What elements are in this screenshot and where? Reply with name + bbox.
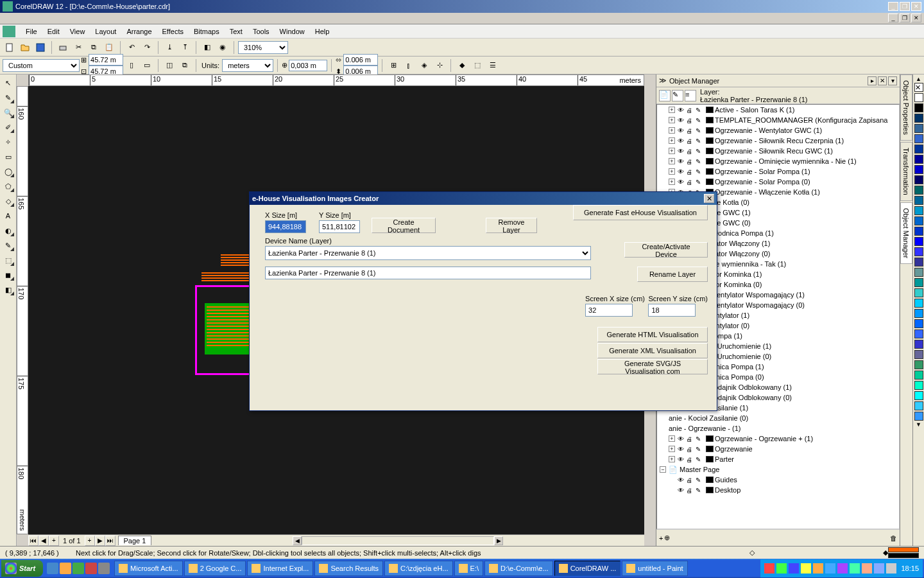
color-swatch[interactable] bbox=[914, 309, 923, 318]
visibility-icon[interactable] bbox=[678, 147, 687, 155]
color-swatch[interactable] bbox=[914, 206, 923, 215]
layer-row[interactable]: +Ogrzewanie - Siłownik Recu Czerpnia (1) bbox=[657, 136, 899, 146]
color-swatch[interactable] bbox=[914, 391, 923, 400]
save-button[interactable] bbox=[33, 40, 47, 55]
add-page-before-button[interactable]: + bbox=[49, 536, 59, 546]
visibility-icon[interactable] bbox=[678, 455, 687, 463]
layer-row[interactable]: +Ogrzewanie - Ominięcie wymiennika - Nie… bbox=[657, 156, 899, 166]
ql-icon[interactable] bbox=[73, 563, 84, 574]
tab-object-manager[interactable]: Object Manager bbox=[900, 202, 912, 264]
print-icon[interactable] bbox=[687, 168, 696, 175]
mdi-close-button[interactable]: ✕ bbox=[911, 13, 921, 22]
color-swatch[interactable] bbox=[914, 124, 923, 133]
color-swatch[interactable] bbox=[914, 186, 923, 195]
layer-color-swatch[interactable] bbox=[706, 477, 714, 483]
docker-close-button[interactable]: ✕ bbox=[878, 76, 887, 85]
smart-draw-tool[interactable]: ✧ bbox=[1, 135, 15, 149]
mdi-minimize-button[interactable]: _ bbox=[888, 13, 898, 22]
color-swatch[interactable] bbox=[914, 175, 923, 184]
menu-layout[interactable]: Layout bbox=[90, 26, 121, 37]
expand-icon[interactable]: + bbox=[669, 137, 675, 144]
visibility-icon[interactable] bbox=[678, 137, 687, 144]
color-swatch[interactable] bbox=[914, 288, 923, 297]
dup-x-input[interactable] bbox=[343, 54, 378, 66]
taskbar-button[interactable]: Internet Expl... bbox=[247, 561, 313, 576]
color-swatch[interactable] bbox=[914, 268, 923, 277]
print-icon[interactable] bbox=[687, 455, 696, 463]
visibility-icon[interactable] bbox=[678, 476, 687, 484]
color-swatch[interactable] bbox=[914, 412, 923, 421]
xsize-input[interactable] bbox=[265, 220, 306, 233]
print-icon[interactable] bbox=[687, 116, 696, 124]
color-swatch[interactable] bbox=[914, 93, 923, 102]
visibility-icon[interactable] bbox=[678, 106, 687, 114]
color-swatch[interactable] bbox=[914, 350, 923, 359]
expand-icon[interactable]: + bbox=[669, 148, 675, 154]
color-swatch[interactable] bbox=[914, 329, 923, 338]
layer-color-swatch[interactable] bbox=[706, 179, 714, 185]
first-page-button[interactable]: ⏮ bbox=[28, 536, 38, 546]
interactive-fill-tool[interactable]: ◧ bbox=[1, 283, 15, 297]
edit-icon[interactable] bbox=[696, 106, 705, 114]
taskbar-button[interactable]: 2 Google C... bbox=[184, 561, 246, 576]
ysize-input[interactable] bbox=[319, 220, 360, 233]
edit-icon[interactable] bbox=[696, 476, 705, 484]
color-swatch[interactable] bbox=[914, 144, 923, 153]
landscape-button[interactable]: ▭ bbox=[140, 58, 154, 73]
tray-icon[interactable] bbox=[813, 563, 823, 574]
menu-edit[interactable]: Edit bbox=[42, 26, 65, 37]
snap-grid-button[interactable]: ⊞ bbox=[386, 58, 400, 73]
redo-button[interactable]: ↷ bbox=[140, 40, 154, 55]
last-page-button[interactable]: ⏭ bbox=[105, 536, 116, 546]
expand-icon[interactable]: + bbox=[669, 446, 675, 452]
visibility-icon[interactable] bbox=[678, 116, 687, 124]
ql-icon[interactable] bbox=[60, 563, 71, 574]
undo-button[interactable]: ↶ bbox=[124, 40, 139, 55]
tab-object-properties[interactable]: Object Properties bbox=[900, 74, 912, 141]
palette-down-button[interactable]: ▼ bbox=[914, 421, 923, 428]
print-button[interactable] bbox=[56, 40, 70, 55]
color-swatch[interactable] bbox=[914, 360, 923, 369]
visibility-icon[interactable] bbox=[678, 157, 687, 165]
generate-html-button[interactable]: Generate HTML Visualisation bbox=[597, 327, 708, 342]
no-color-swatch[interactable]: ✕ bbox=[914, 83, 923, 92]
color-swatch[interactable] bbox=[914, 155, 923, 164]
tray-icon[interactable] bbox=[789, 563, 799, 574]
screen-y-input[interactable] bbox=[648, 304, 696, 317]
layer-color-swatch[interactable] bbox=[706, 456, 714, 462]
edit-icon[interactable] bbox=[696, 157, 705, 165]
taskbar-button[interactable]: CorelDRAW ... bbox=[554, 561, 621, 576]
generate-fast-button[interactable]: Generate Fast eHouse Visualisation bbox=[573, 205, 708, 220]
expand-icon[interactable]: + bbox=[669, 456, 675, 462]
minimize-button[interactable]: _ bbox=[888, 2, 898, 11]
ruler-horizontal[interactable]: meters 051015202530354045 bbox=[28, 74, 644, 86]
color-swatch[interactable] bbox=[914, 299, 923, 308]
edit-icon[interactable] bbox=[696, 435, 705, 442]
close-button[interactable]: ✕ bbox=[911, 2, 921, 11]
print-icon[interactable] bbox=[687, 106, 696, 114]
dynamic-guides-button[interactable]: ⊹ bbox=[432, 58, 447, 73]
expand-icon[interactable]: − bbox=[660, 466, 666, 473]
print-icon[interactable] bbox=[687, 147, 696, 155]
layer-row[interactable]: +TEMPLATE_ROOMMANAGER (Konfiguracja Zapi… bbox=[657, 115, 899, 125]
layer-color-swatch[interactable] bbox=[706, 446, 714, 452]
polygon-tool[interactable]: ⬠ bbox=[1, 179, 15, 193]
layer-row[interactable]: +Active - Salon Taras K (1) bbox=[657, 105, 899, 115]
color-swatch[interactable] bbox=[914, 258, 923, 267]
ellipse-tool[interactable]: ◯ bbox=[1, 164, 15, 179]
next-page-button[interactable]: ▶ bbox=[95, 536, 105, 546]
taskbar-clock[interactable]: 18:15 bbox=[898, 565, 919, 572]
tray-icon[interactable] bbox=[862, 563, 872, 574]
print-icon[interactable] bbox=[687, 137, 696, 144]
paste-button[interactable]: 📋 bbox=[102, 40, 116, 55]
mdi-restore-button[interactable]: ❐ bbox=[900, 13, 910, 22]
dialog-close-button[interactable]: ✕ bbox=[704, 194, 714, 203]
layer-color-swatch[interactable] bbox=[706, 117, 714, 123]
expand-icon[interactable]: + bbox=[669, 168, 675, 175]
tray-icon[interactable] bbox=[874, 563, 884, 574]
print-icon[interactable] bbox=[687, 178, 696, 186]
layer-color-swatch[interactable] bbox=[706, 137, 714, 144]
edit-icon[interactable] bbox=[696, 127, 705, 134]
draw-complex-button[interactable]: ⬚ bbox=[470, 58, 484, 73]
menu-arrange[interactable]: Arrange bbox=[121, 26, 157, 37]
